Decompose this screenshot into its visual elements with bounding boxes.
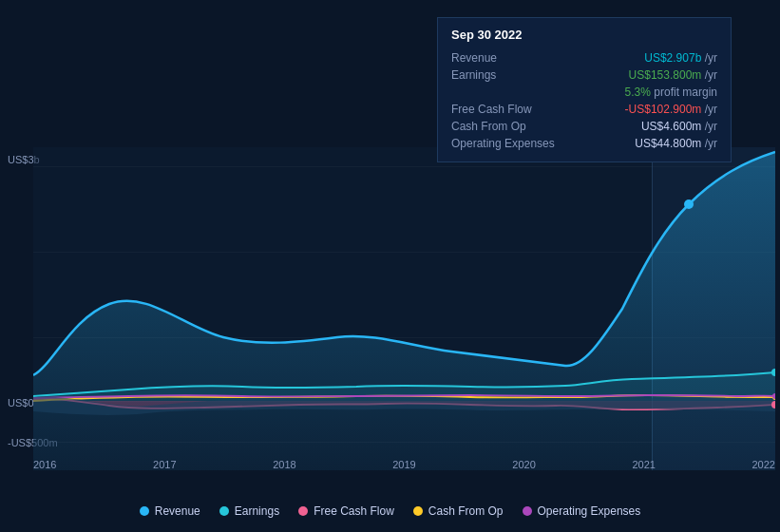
legend-item-earnings[interactable]: Earnings — [219, 504, 279, 518]
tooltip-value-earnings: US$153.800m /yr — [629, 68, 717, 82]
legend-dot-cashfromop — [413, 506, 423, 516]
profit-margin-pct: 5.3% — [625, 86, 651, 99]
x-label-2021: 2021 — [632, 459, 655, 470]
tooltip-box: Sep 30 2022 Revenue US$2.907b /yr Earnin… — [437, 17, 732, 162]
tooltip-value-fcf: -US$102.900m /yr — [625, 103, 717, 116]
legend-item-opex[interactable]: Operating Expenses — [523, 504, 641, 518]
tooltip-value-opex: US$44.800m /yr — [635, 137, 717, 150]
x-label-2016: 2016 — [33, 459, 56, 470]
legend-label-revenue: Revenue — [155, 504, 200, 518]
legend-dot-earnings — [219, 506, 229, 516]
tooltip-title: Sep 30 2022 — [451, 28, 717, 42]
tooltip-row-earnings: Earnings US$153.800m /yr — [451, 66, 717, 84]
legend-label-opex: Operating Expenses — [538, 504, 641, 518]
tooltip-row-fcf: Free Cash Flow -US$102.900m /yr — [451, 101, 717, 118]
tooltip-label-revenue: Revenue — [451, 51, 565, 65]
tooltip-label-fcf: Free Cash Flow — [451, 103, 565, 116]
legend-item-fcf[interactable]: Free Cash Flow — [298, 504, 394, 518]
legend-label-cashfromop: Cash From Op — [428, 504, 504, 518]
tooltip-label-earnings: Earnings — [451, 68, 565, 82]
legend-dot-revenue — [140, 506, 149, 516]
legend-label-fcf: Free Cash Flow — [314, 504, 394, 518]
x-label-2020: 2020 — [512, 459, 535, 470]
x-label-2022: 2022 — [751, 459, 774, 470]
legend-dot-fcf — [298, 506, 308, 516]
chart-legend: Revenue Earnings Free Cash Flow Cash Fro… — [0, 504, 780, 518]
tooltip-row-revenue: Revenue US$2.907b /yr — [451, 49, 717, 66]
legend-dot-opex — [523, 506, 532, 516]
tooltip-value-revenue: US$2.907b /yr — [644, 51, 717, 65]
x-label-2018: 2018 — [273, 459, 295, 470]
tooltip-row-opex: Operating Expenses US$44.800m /yr — [451, 135, 717, 152]
legend-item-cashfromop[interactable]: Cash From Op — [413, 504, 504, 518]
tooltip-label-opex: Operating Expenses — [451, 137, 565, 150]
x-axis-labels: 2016 2017 2018 2019 2020 2021 2022 — [33, 459, 775, 470]
chart-svg[interactable] — [33, 147, 775, 470]
tooltip-row-cashfromop: Cash From Op US$4.600m /yr — [451, 118, 717, 135]
profit-margin-label: profit margin — [651, 86, 717, 99]
legend-item-revenue[interactable]: Revenue — [140, 504, 200, 518]
x-label-2017: 2017 — [153, 459, 176, 470]
revenue-dot — [684, 200, 694, 209]
tooltip-value-cashfromop: US$4.600m /yr — [641, 120, 717, 133]
x-label-2019: 2019 — [392, 459, 415, 470]
y-label-mid: US$0 — [8, 397, 34, 408]
tooltip-label-cashfromop: Cash From Op — [451, 120, 565, 133]
legend-label-earnings: Earnings — [235, 504, 279, 518]
tooltip-profit-margin: 5.3% profit margin — [451, 84, 717, 101]
chart-container: Sep 30 2022 Revenue US$2.907b /yr Earnin… — [0, 0, 780, 532]
